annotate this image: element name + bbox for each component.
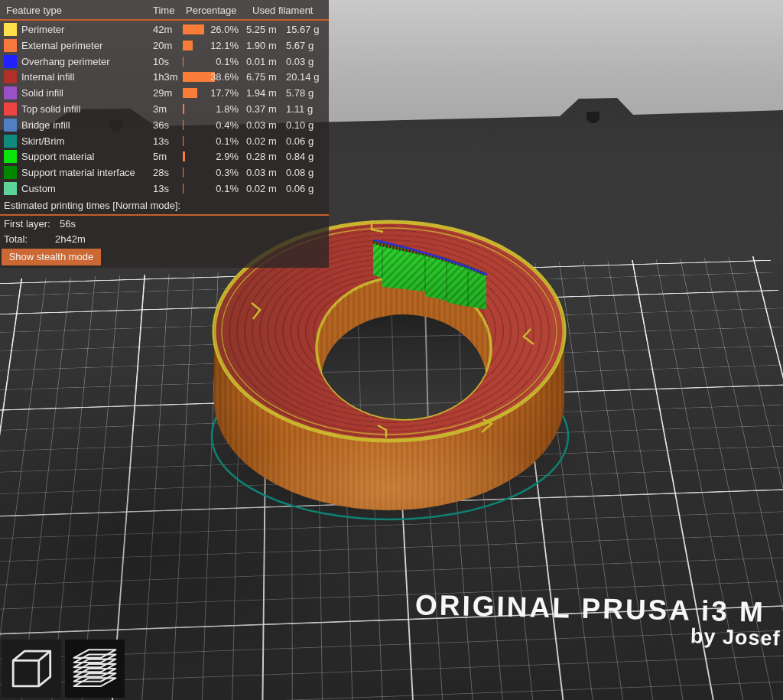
feature-percent: 0.1% [193, 135, 239, 147]
legend-row: Support material interface 28s 0.3% 0.03… [0, 164, 329, 181]
feature-color-swatch [4, 119, 17, 132]
legend-row: Top solid infill 3m 1.8% 0.37 m 1.11 g [0, 101, 329, 117]
feature-percent: 2.9% [193, 151, 239, 162]
feature-grams: 20.14 g [286, 71, 319, 83]
feature-color-swatch [4, 23, 17, 36]
view-3d-button[interactable] [2, 640, 61, 698]
feature-time: 20m [153, 40, 172, 51]
legend-panel: Feature type Time Percentage Used filame… [0, 0, 329, 268]
feature-meters: 5.25 m [246, 24, 277, 35]
feature-time: 29m [153, 87, 172, 99]
feature-grams: 5.78 g [286, 87, 314, 99]
feature-time: 5m [153, 151, 167, 162]
feature-meters: 0.01 m [246, 56, 277, 67]
layers-icon [71, 646, 119, 692]
feature-meters: 0.03 m [246, 167, 277, 178]
feature-meters: 0.02 m [246, 183, 277, 194]
slicer-preview-scene: ORIGINAL PRUSA i3 M by Josef [0, 0, 783, 700]
feature-percent: 0.3% [193, 167, 239, 178]
feature-time: 3m [153, 103, 167, 115]
feature-label: Bridge infill [21, 119, 70, 131]
legend-row: Internal infill 1h3m 38.6% 6.75 m 20.14 … [0, 69, 329, 85]
feature-color-swatch [4, 150, 17, 163]
feature-percent: 38.6% [193, 71, 239, 83]
legend-row: Overhang perimeter 10s 0.1% 0.01 m 0.03 … [0, 54, 329, 70]
feature-label: Solid infill [21, 87, 63, 99]
feature-color-swatch [4, 103, 17, 116]
feature-label: Internal infill [21, 71, 74, 83]
percentage-bar [183, 136, 184, 146]
feature-label: Perimeter [21, 24, 64, 35]
percentage-bar [183, 41, 193, 50]
cube-icon [8, 646, 55, 692]
percentage-bar [183, 104, 184, 114]
feature-meters: 1.90 m [246, 40, 277, 51]
feature-percent: 12.1% [193, 40, 239, 51]
feature-grams: 0.08 g [286, 167, 314, 178]
feature-label: Support material [21, 151, 94, 162]
feature-color-swatch [4, 86, 17, 99]
feature-label: Custom [21, 183, 56, 194]
feature-time: 13s [153, 183, 169, 194]
view-layers-button[interactable] [65, 640, 125, 698]
legend-divider [0, 19, 329, 21]
feature-grams: 0.10 g [286, 119, 314, 131]
first-layer-label: First layer: [4, 218, 50, 230]
feature-grams: 0.06 g [286, 135, 314, 147]
feature-meters: 0.37 m [246, 103, 277, 115]
feature-time: 13s [153, 135, 169, 147]
feature-percent: 0.4% [193, 119, 239, 131]
first-layer-value: 56s [60, 218, 76, 230]
show-stealth-mode-button[interactable]: Show stealth mode [2, 249, 101, 265]
feature-time: 1h3m [153, 71, 178, 83]
feature-percent: 26.0% [193, 24, 239, 35]
feature-grams: 0.06 g [286, 183, 314, 194]
feature-label: Support material interface [21, 167, 135, 178]
feature-meters: 0.28 m [246, 151, 277, 162]
legend-row: Solid infill 29m 17.7% 1.94 m 5.78 g [0, 85, 329, 101]
feature-grams: 15.67 g [286, 24, 319, 35]
feature-time: 28s [153, 167, 169, 178]
total-time-value: 2h42m [55, 233, 86, 245]
feature-meters: 6.75 m [246, 71, 277, 83]
feature-label: Top solid infill [21, 103, 80, 115]
legend-row: Skirt/Brim 13s 0.1% 0.02 m 0.06 g [0, 133, 329, 149]
legend-row: Perimeter 42m 26.0% 5.25 m 15.67 g [0, 21, 329, 37]
feature-color-swatch [4, 182, 17, 195]
feature-percent: 0.1% [193, 183, 239, 194]
percentage-bar [183, 57, 184, 67]
legend-header-time: Time [153, 5, 174, 16]
feature-percent: 17.7% [193, 87, 239, 99]
feature-color-swatch [4, 39, 17, 52]
legend-row: External perimeter 20m 12.1% 1.90 m 5.67… [0, 37, 329, 54]
feature-color-swatch [4, 166, 17, 179]
percentage-bar [183, 168, 184, 177]
legend-row: Support material 5m 2.9% 0.28 m 0.84 g [0, 148, 329, 164]
feature-color-swatch [4, 55, 17, 68]
feature-label: Skirt/Brim [21, 135, 64, 147]
feature-grams: 1.11 g [286, 103, 313, 115]
feature-meters: 0.02 m [246, 135, 277, 147]
feature-meters: 0.03 m [246, 119, 277, 131]
feature-time: 10s [153, 56, 169, 67]
feature-color-swatch [4, 70, 17, 83]
feature-label: Overhang perimeter [21, 56, 110, 67]
percentage-bar [183, 184, 184, 194]
feature-grams: 5.67 g [286, 40, 314, 51]
feature-grams: 0.84 g [286, 151, 314, 162]
legend-rows: Perimeter 42m 26.0% 5.25 m 15.67 g Exter… [0, 21, 329, 197]
feature-grams: 0.03 g [286, 56, 314, 67]
feature-meters: 1.94 m [246, 87, 277, 99]
legend-row: Custom 13s 0.1% 0.02 m 0.06 g [0, 181, 329, 197]
feature-percent: 0.1% [193, 56, 239, 67]
estimated-times-title: Estimated printing times [Normal mode]: [4, 200, 180, 211]
feature-color-swatch [4, 135, 17, 148]
legend-header-percentage: Percentage [186, 5, 237, 16]
legend-header-feature: Feature type [6, 5, 62, 16]
percentage-bar [183, 151, 185, 161]
feature-time: 42m [153, 24, 172, 35]
feature-percent: 1.8% [193, 103, 239, 115]
feature-time: 36s [153, 119, 169, 131]
legend-divider-2 [0, 214, 329, 216]
legend-header-filament: Used filament [252, 5, 313, 16]
